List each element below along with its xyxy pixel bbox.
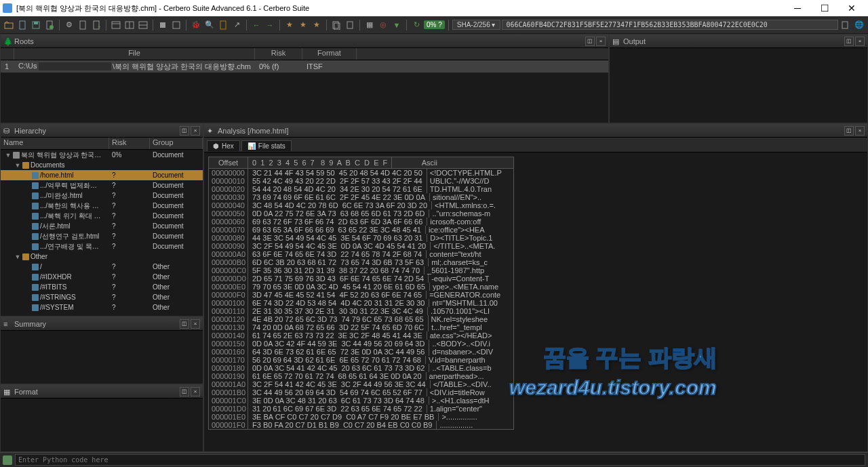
hierarchy-row[interactable]: .../연구배경 및 목… ? Document (1, 241, 203, 251)
hierarchy-row[interactable]: / ? Other (1, 262, 203, 272)
hierarchy-row[interactable]: ▼ Other (1, 251, 203, 262)
panel-close-button[interactable]: × (596, 37, 606, 46)
hex-row[interactable]: 0000008044 3E 3C 54 49 54 4C 45 3E 54 6F… (209, 234, 513, 242)
tab-hex[interactable]: ⬢Hex (207, 140, 240, 151)
hex-row[interactable]: 000001E03E BA CF C0 C7 20 C7 D9 C0 A7 C7… (209, 413, 513, 421)
star-icon[interactable]: ★ (283, 19, 296, 31)
hex-row[interactable]: 000000B06D 6C 3B 20 63 68 61 72 73 65 74… (209, 258, 513, 266)
down-icon[interactable]: ▼ (391, 19, 403, 31)
hex-row[interactable]: 0000006069 63 72 6F 73 6F 66 74 2D 63 6F… (209, 218, 513, 226)
panel-dock-button[interactable]: ◫ (844, 37, 854, 46)
window3-icon[interactable] (137, 19, 149, 31)
save-icon[interactable] (30, 19, 42, 31)
copy-icon[interactable] (330, 19, 342, 31)
hex-row[interactable]: 0000019061 6E 65 72 70 61 72 74 68 65 61… (209, 372, 513, 380)
hex-row[interactable]: 000000903C 2F 54 49 54 4C 45 3E 0D 0A 3C… (209, 242, 513, 250)
panel-close-button[interactable]: × (191, 126, 200, 136)
hex-row[interactable]: 000000A063 6F 6E 74 65 6E 74 3D 22 74 65… (209, 250, 513, 258)
hierarchy-row[interactable]: ▼ 북의 핵위협 양상과 한국… 0% Document (1, 150, 203, 160)
hierarchy-row[interactable]: .../억무력 법제화… ? Document (1, 180, 203, 190)
globe-icon[interactable]: 🌐 (853, 19, 865, 31)
hex-row[interactable]: 000000D02D 65 71 75 69 76 3D 43 6F 6E 74… (209, 275, 513, 283)
roots-col-format[interactable]: Format (302, 48, 357, 60)
hex-row[interactable]: 000000F03D 47 45 4E 45 52 41 54 4F 52 20… (209, 291, 513, 299)
hex-row[interactable]: 000001102E 31 30 35 37 30 2E 31 30 30 31… (209, 307, 513, 315)
panel-dock-button[interactable]: ◫ (180, 387, 189, 397)
maximize-button[interactable]: ☐ (811, 0, 838, 16)
python-icon[interactable] (3, 455, 12, 465)
risk-badge[interactable]: 0% ? (424, 20, 445, 29)
hex-row[interactable]: 0000002054 44 20 48 54 4D 4C 20 34 2E 30… (209, 185, 513, 193)
hierarchy-row[interactable]: /서론.html ? Document (1, 221, 203, 231)
forward-icon[interactable]: → (264, 19, 276, 31)
hierarchy-row[interactable]: .../미완성.html ? Document (1, 190, 203, 201)
hex-row[interactable]: 0000016064 3D 6E 73 62 61 6E 65 72 3E 0D… (209, 348, 513, 356)
panel-dock-button[interactable]: ◫ (180, 319, 189, 329)
hierarchy-row[interactable]: ▼ Documents (1, 160, 203, 170)
hier-col-name[interactable]: Name (1, 138, 109, 149)
hierarchy-row[interactable]: /#IDXHDR ? Other (1, 272, 203, 282)
panel-dock-button[interactable]: ◫ (844, 126, 854, 136)
hierarchy-row[interactable]: /#ITBITS ? Other (1, 282, 203, 292)
hex-row[interactable]: 0000007069 63 65 3A 6F 66 66 69 63 65 22… (209, 226, 513, 234)
hex-row[interactable]: 000001B03C 44 49 56 20 69 64 3D 54 69 74… (209, 388, 513, 397)
doc-search-icon[interactable] (217, 19, 229, 31)
hierarchy-row[interactable]: .../북한의 핵사용 … ? Document (1, 201, 203, 211)
hier-col-group[interactable]: Group (150, 138, 203, 149)
hierarchy-row[interactable]: .../북핵 위기 확대 … ? Document (1, 211, 203, 221)
hex-row[interactable]: 000001500D 0A 3C 42 4F 44 59 3E 3C 44 49… (209, 340, 513, 348)
chip-icon[interactable]: ▦ (363, 19, 376, 31)
panel-close-button[interactable]: × (191, 319, 200, 329)
minimize-button[interactable]: ─ (784, 0, 811, 16)
hex-row[interactable]: 0000001055 42 4C 49 43 20 22 2D 2F 2F 57… (209, 177, 513, 185)
panel-dock-button[interactable]: ◫ (585, 37, 595, 46)
hex-row[interactable]: 000000403C 48 54 4D 4C 20 78 6D 6C 6E 73… (209, 201, 513, 209)
hex-row[interactable]: 0000017056 20 69 64 3D 62 61 6E 6E 65 72… (209, 356, 513, 364)
roots-row[interactable]: 1 C:\Us\북의 핵위협 양상과 한국의 대응방향.chm 0% (f) I… (1, 60, 608, 73)
hierarchy-row[interactable]: /선행연구 검토.html ? Document (1, 231, 203, 241)
hierarchy-row[interactable]: /home.html ? Document (1, 170, 203, 180)
hex-row[interactable]: 000001C03E 0D 0A 3C 48 31 20 63 6C 61 73… (209, 397, 513, 405)
new-icon[interactable] (43, 19, 56, 31)
hex-row[interactable]: 000000500D 0A 22 75 72 6E 3A 73 63 68 65… (209, 209, 513, 218)
search-icon[interactable]: 🔍 (203, 19, 216, 31)
panel-close-button[interactable]: × (191, 387, 200, 397)
hash-value-field[interactable]: 066CA60FB4DC72F831F5BF5E277347F1FB562B33… (502, 20, 839, 30)
hex-row[interactable]: 000001800D 0A 3C 54 41 42 4C 45 20 63 6C… (209, 364, 513, 372)
roots-col-risk[interactable]: Risk (255, 48, 302, 60)
bug-icon[interactable]: 🐞 (190, 19, 202, 31)
window2-icon[interactable] (123, 19, 136, 31)
hash-algo-dropdown[interactable]: SHA-2/256 ▾ (452, 20, 500, 30)
gear-icon[interactable]: ⚙ (63, 19, 75, 31)
hex-row[interactable]: 0000014061 74 65 2E 63 73 73 22 3E 3C 2F… (209, 331, 513, 340)
hex-row[interactable]: 000001A03C 2F 54 41 42 4C 45 3E 3C 2F 44… (209, 380, 513, 388)
hex-row[interactable]: 000001F0F3 B0 FA 20 C7 D1 B1 B9 C0 C7 20… (209, 421, 513, 429)
back-icon[interactable]: ← (250, 19, 262, 31)
star2-icon[interactable]: ★ (297, 19, 309, 31)
panel-close-button[interactable]: × (855, 37, 865, 46)
refresh-icon[interactable]: ↻ (410, 19, 422, 31)
hier-col-risk[interactable]: Risk (109, 138, 150, 149)
hex-row[interactable]: 000000E079 70 65 3E 0D 0A 3C 4D 45 54 41… (209, 283, 513, 291)
panel-dock-button[interactable]: ◫ (180, 126, 189, 136)
open-icon[interactable] (3, 19, 15, 31)
stop-icon[interactable] (157, 19, 169, 31)
file-icon[interactable] (16, 19, 28, 31)
hex-row[interactable]: 000000C05F 35 36 30 31 2D 31 39 38 37 22… (209, 266, 513, 275)
target-icon[interactable]: ◎ (377, 19, 389, 31)
play-icon[interactable] (170, 19, 182, 31)
export-icon[interactable]: ↗ (231, 19, 243, 31)
tab-file-stats[interactable]: 📊File stats (241, 140, 292, 151)
hex-row[interactable]: 000000003C 21 44 4F 43 54 59 50 45 20 48… (209, 169, 513, 177)
paste-icon[interactable] (344, 19, 356, 31)
hierarchy-row[interactable]: /#STRINGS ? Other (1, 292, 203, 302)
panel-close-button[interactable]: × (855, 126, 865, 136)
hex-row[interactable]: 000001204E 4B 20 72 65 6C 3D 73 74 79 6C… (209, 315, 513, 323)
hex-row[interactable]: 000001006E 74 3D 22 4D 53 48 54 4D 4C 20… (209, 299, 513, 307)
hex-row[interactable]: 000001D031 20 61 6C 69 67 6E 3D 22 63 65… (209, 405, 513, 413)
doc-plus-icon[interactable]: + (90, 19, 102, 31)
window-icon[interactable] (110, 19, 122, 31)
copy-hash-icon[interactable] (840, 19, 852, 31)
hierarchy-row[interactable]: /#SYSTEM ? Other (1, 302, 203, 312)
close-button[interactable]: ✕ (838, 0, 865, 16)
